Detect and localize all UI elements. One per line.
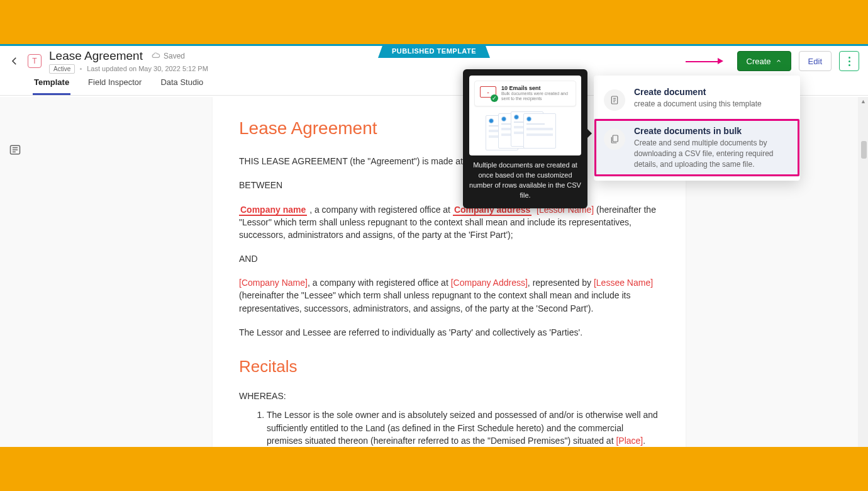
placeholder-company-name[interactable]: Company name xyxy=(239,205,307,216)
tooltip-emails-sent-banner: ✓ 10 Emails sent Bulk documents were cre… xyxy=(474,81,576,106)
edit-button-label: Edit xyxy=(808,57,822,66)
sidebar-left xyxy=(0,97,30,447)
published-template-banner: PUBLISHED TEMPLATE xyxy=(378,44,490,58)
menu-item-title: Create document xyxy=(634,87,762,97)
saved-indicator: Saved xyxy=(152,52,185,60)
page-title: Lease Agreement xyxy=(49,49,143,63)
placeholder-company-address-2[interactable]: [Company Address] xyxy=(451,278,528,288)
annotation-arrow xyxy=(686,55,723,67)
saved-label: Saved xyxy=(164,52,185,60)
create-button[interactable]: Create xyxy=(737,51,791,71)
tooltip-illustration: ✓ 10 Emails sent Bulk documents were cre… xyxy=(469,76,581,155)
meta-dot xyxy=(80,68,82,70)
placeholder-lessee-name[interactable]: [Lessee Name] xyxy=(594,278,653,288)
doc-whereas: WHEREAS: xyxy=(239,390,659,402)
tooltip-doc-stack-icon xyxy=(474,111,576,150)
create-button-label: Create xyxy=(747,57,771,66)
status-pill: Active xyxy=(49,64,75,74)
recitals-list: The Lessor is the sole owner and is abso… xyxy=(239,409,659,446)
placeholder-place[interactable]: [Place] xyxy=(616,436,643,446)
svg-rect-8 xyxy=(613,135,618,142)
doc-lessee-clause: [Company Name], a company with registere… xyxy=(239,276,659,314)
last-updated: Last updated on May 30, 2022 5:12 PM xyxy=(87,65,208,72)
template-type-badge: T xyxy=(28,54,42,68)
tab-field-inspector[interactable]: Field Inspector xyxy=(87,77,143,95)
envelope-check-icon: ✓ xyxy=(480,86,496,100)
menu-item-create-document[interactable]: Create document create a document using … xyxy=(594,79,800,118)
bulk-create-tooltip: ✓ 10 Emails sent Bulk documents were cre… xyxy=(463,69,587,208)
cloud-saved-icon xyxy=(152,52,160,60)
doc-and: AND xyxy=(239,252,659,265)
create-dropdown: Create document create a document using … xyxy=(594,76,800,181)
document-icon xyxy=(604,89,625,111)
tab-template[interactable]: Template xyxy=(33,77,70,95)
menu-item-desc: Create and send multiple documents by do… xyxy=(634,138,790,169)
meta-row: Active Last updated on May 30, 2022 5:12… xyxy=(49,64,208,74)
documents-stack-icon xyxy=(604,128,625,150)
scrollbar-track[interactable]: ▲ xyxy=(858,97,868,447)
more-options-button[interactable] xyxy=(839,51,859,71)
recital-item-1: The Lessor is the sole owner and is abso… xyxy=(267,409,659,446)
menu-item-desc: create a document using this template xyxy=(634,99,762,110)
doc-parties-line: The Lessor and Lessee are referred to in… xyxy=(239,326,659,339)
doc-between: BETWEEN xyxy=(239,179,659,191)
scroll-thumb[interactable] xyxy=(861,141,867,159)
tooltip-body-text: Multiple documents are created at once b… xyxy=(469,161,581,201)
back-arrow-icon[interactable] xyxy=(9,55,20,67)
edit-button[interactable]: Edit xyxy=(799,51,832,71)
menu-item-title: Create documents in bulk xyxy=(634,126,790,136)
tooltip-arrow-icon xyxy=(587,129,592,138)
doc-heading-2: Recitals xyxy=(239,355,659,378)
doc-lessor-clause: Company name , a company with registered… xyxy=(239,203,659,241)
tooltip-promo-title: 10 Emails sent xyxy=(501,85,570,91)
chevron-up-icon xyxy=(776,58,782,64)
tab-data-studio[interactable]: Data Studio xyxy=(159,77,204,95)
tooltip-promo-desc: Bulk documents were created and sent to … xyxy=(501,91,570,102)
menu-item-create-bulk[interactable]: Create documents in bulk Create and send… xyxy=(594,118,800,177)
scroll-up-arrow-icon[interactable]: ▲ xyxy=(860,98,866,104)
placeholder-company-name-2[interactable]: [Company Name] xyxy=(239,278,308,288)
panel-toggle-icon[interactable] xyxy=(6,141,24,159)
title-block: Lease Agreement Saved Active Last update… xyxy=(49,49,208,74)
